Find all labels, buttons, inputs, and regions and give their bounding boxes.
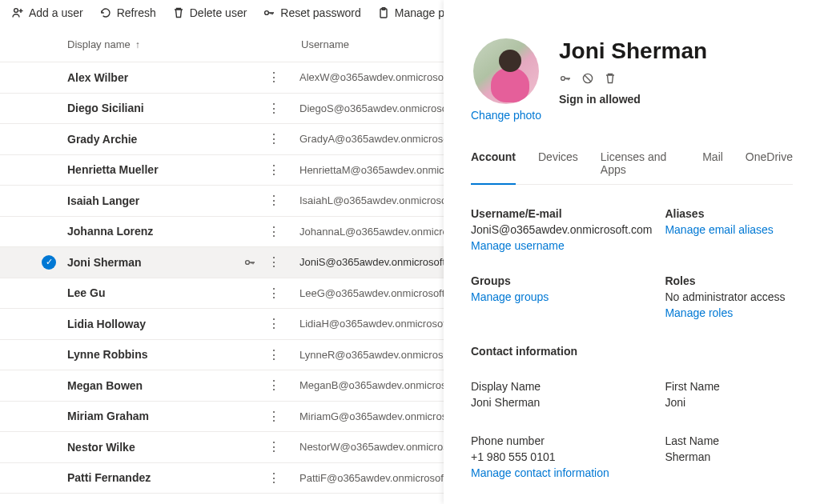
- svg-point-1: [265, 11, 269, 15]
- user-display-name[interactable]: Grady Archie: [67, 133, 243, 146]
- svg-point-4: [246, 260, 250, 264]
- manage-roles-link[interactable]: Manage roles: [665, 306, 793, 319]
- user-email: JoniS@o365awdev.onmicrosoft.com: [299, 256, 468, 268]
- groups-label: Groups: [471, 274, 652, 287]
- phone-label: Phone number: [471, 434, 652, 447]
- key-icon[interactable]: [559, 72, 572, 85]
- manage-contact-link[interactable]: Manage contact information: [471, 466, 652, 479]
- tab-account[interactable]: Account: [471, 150, 516, 185]
- row-checkbox[interactable]: [42, 470, 56, 485]
- trash-icon[interactable]: [604, 72, 617, 85]
- user-display-name[interactable]: Henrietta Mueller: [67, 163, 243, 176]
- user-email: HenriettaM@o365awdev.onmicroso: [299, 164, 464, 176]
- user-display-name[interactable]: Patti Fernandez: [67, 471, 243, 484]
- key-icon[interactable]: [243, 256, 267, 269]
- row-checkbox[interactable]: [42, 194, 56, 208]
- user-display-name[interactable]: Diego Siciliani: [67, 102, 243, 114]
- user-display-name[interactable]: Megan Bowen: [67, 379, 243, 392]
- user-email: JohannaL@o365awdev.onmicrosoft.: [299, 226, 468, 238]
- roles-label: Roles: [665, 274, 793, 287]
- row-checkbox[interactable]: [42, 378, 56, 393]
- username-email-field: Username/E-mail JoniS@o365awdev.onmicros…: [471, 207, 652, 252]
- user-display-name[interactable]: Lynne Robbins: [67, 348, 243, 361]
- delete-user-button[interactable]: Delete user: [172, 6, 247, 19]
- delete-user-label: Delete user: [190, 6, 247, 19]
- block-icon[interactable]: [581, 72, 594, 85]
- reset-password-button[interactable]: Reset password: [263, 6, 360, 19]
- row-checkbox[interactable]: [42, 101, 56, 115]
- tab-onedrive[interactable]: OneDrive: [746, 150, 793, 184]
- more-actions-icon[interactable]: ⋮: [267, 439, 299, 454]
- row-checkbox[interactable]: [42, 70, 56, 85]
- user-display-name[interactable]: Isaiah Langer: [67, 194, 243, 207]
- contact-info-heading: Contact information: [471, 345, 793, 358]
- user-display-name[interactable]: Lee Gu: [67, 286, 243, 299]
- svg-point-0: [14, 9, 18, 13]
- first-name-field: First Name Joni: [665, 380, 793, 412]
- user-display-name[interactable]: Miriam Graham: [67, 410, 243, 422]
- row-checkbox[interactable]: [42, 409, 56, 423]
- more-actions-icon[interactable]: ⋮: [267, 254, 299, 270]
- add-user-button[interactable]: Add a user: [11, 6, 83, 19]
- more-actions-icon[interactable]: ⋮: [267, 378, 299, 393]
- first-name-label: First Name: [665, 380, 793, 393]
- more-actions-icon[interactable]: ⋮: [267, 409, 299, 424]
- more-actions-icon[interactable]: ⋮: [267, 162, 299, 178]
- person-add-icon: [11, 6, 24, 19]
- more-actions-icon[interactable]: ⋮: [267, 286, 299, 301]
- manage-aliases-link[interactable]: Manage email aliases: [665, 223, 793, 236]
- tab-mail[interactable]: Mail: [702, 150, 723, 184]
- row-checkbox[interactable]: [42, 224, 56, 238]
- display-name-value: Joni Sherman: [471, 396, 652, 409]
- svg-point-5: [561, 77, 565, 81]
- phone-field: Phone number +1 980 555 0101 Manage cont…: [471, 434, 652, 479]
- row-checkbox[interactable]: [42, 162, 56, 177]
- user-display-name[interactable]: Nestor Wilke: [67, 441, 243, 454]
- column-display-name[interactable]: Display name ↑: [67, 38, 301, 50]
- user-display-name[interactable]: Lidia Holloway: [67, 318, 243, 330]
- row-checkbox[interactable]: [42, 440, 56, 454]
- sort-ascending-icon: ↑: [135, 39, 140, 50]
- row-checkbox[interactable]: [42, 286, 56, 300]
- more-actions-icon[interactable]: ⋮: [267, 347, 299, 362]
- user-display-name[interactable]: Alex Wilber: [67, 71, 243, 84]
- manage-groups-link[interactable]: Manage groups: [471, 290, 652, 303]
- row-checkbox[interactable]: [42, 317, 56, 331]
- more-actions-icon[interactable]: ⋮: [267, 101, 299, 116]
- user-email: DiegoS@o365awdev.onmicrosoft.co: [299, 102, 468, 114]
- last-name-value: Sherman: [665, 450, 793, 463]
- more-actions-icon[interactable]: ⋮: [267, 70, 299, 85]
- clipboard-icon: [377, 6, 390, 19]
- user-email: PattiF@o365awdev.onmicrosoft.co: [299, 472, 460, 484]
- reset-password-label: Reset password: [280, 6, 360, 19]
- user-display-name[interactable]: Johanna Lorenz: [67, 225, 243, 238]
- username-email-value: JoniS@o365awdev.onmicrosoft.com: [471, 223, 652, 236]
- column-display-name-label: Display name: [67, 38, 131, 50]
- refresh-button[interactable]: Refresh: [99, 6, 156, 19]
- aliases-field: Aliases Manage email aliases: [665, 207, 793, 252]
- row-checkbox[interactable]: [42, 347, 56, 362]
- more-actions-icon[interactable]: ⋮: [267, 193, 299, 208]
- aliases-label: Aliases: [665, 207, 793, 220]
- more-actions-icon[interactable]: ⋮: [267, 224, 299, 239]
- last-name-label: Last Name: [665, 434, 793, 447]
- user-display-name[interactable]: Joni Sherman: [67, 256, 243, 269]
- row-checkbox[interactable]: ✓: [42, 255, 56, 270]
- change-photo-link[interactable]: Change photo: [471, 109, 541, 122]
- manage-username-link[interactable]: Manage username: [471, 239, 652, 252]
- refresh-label: Refresh: [117, 6, 156, 19]
- user-email: LidiaH@o365awdev.onmicrosoft.co: [299, 318, 463, 330]
- column-username[interactable]: Username: [301, 38, 461, 50]
- roles-field: Roles No administrator access Manage rol…: [665, 274, 793, 319]
- add-user-label: Add a user: [29, 6, 83, 19]
- more-actions-icon[interactable]: ⋮: [267, 470, 299, 486]
- more-actions-icon[interactable]: ⋮: [267, 131, 299, 146]
- display-name-label: Display Name: [471, 380, 652, 393]
- signin-status: Sign in allowed: [559, 93, 707, 106]
- column-username-label: Username: [301, 38, 349, 50]
- tab-licenses[interactable]: Licenses and Apps: [601, 150, 680, 184]
- more-actions-icon[interactable]: ⋮: [267, 316, 299, 331]
- row-checkbox[interactable]: [42, 132, 56, 146]
- user-email: IsaiahL@o365awdev.onmicrosoft.c: [299, 194, 461, 206]
- tab-devices[interactable]: Devices: [538, 150, 578, 184]
